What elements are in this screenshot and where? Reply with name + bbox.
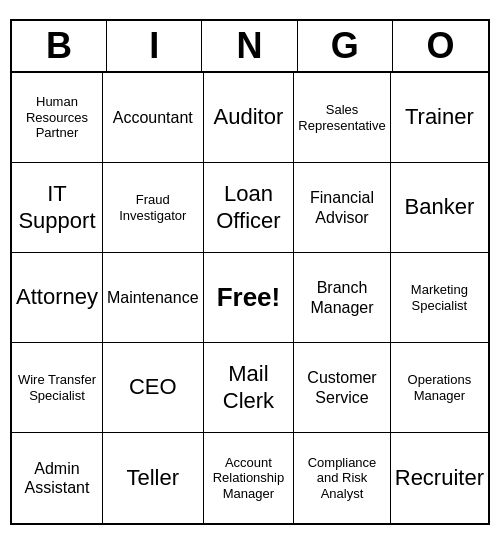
bingo-cell-24: Recruiter bbox=[391, 433, 488, 523]
bingo-cell-20: Admin Assistant bbox=[12, 433, 103, 523]
cell-text-8: Financial Advisor bbox=[298, 188, 385, 226]
cell-text-1: Accountant bbox=[113, 108, 193, 127]
cell-text-5: IT Support bbox=[16, 181, 98, 234]
cell-text-24: Recruiter bbox=[395, 465, 484, 491]
cell-text-0: Human Resources Partner bbox=[16, 94, 98, 141]
cell-text-10: Attorney bbox=[16, 284, 98, 310]
header-letter-g: G bbox=[298, 21, 393, 71]
bingo-cell-7: Loan Officer bbox=[204, 163, 295, 253]
cell-text-15: Wire Transfer Specialist bbox=[16, 372, 98, 403]
cell-text-16: CEO bbox=[129, 374, 177, 400]
bingo-cell-21: Teller bbox=[103, 433, 204, 523]
cell-text-9: Banker bbox=[405, 194, 475, 220]
cell-text-13: Branch Manager bbox=[298, 278, 385, 316]
header-letter-o: O bbox=[393, 21, 488, 71]
bingo-cell-1: Accountant bbox=[103, 73, 204, 163]
bingo-cell-6: Fraud Investigator bbox=[103, 163, 204, 253]
cell-text-14: Marketing Specialist bbox=[395, 282, 484, 313]
bingo-cell-5: IT Support bbox=[12, 163, 103, 253]
bingo-cell-19: Operations Manager bbox=[391, 343, 488, 433]
bingo-cell-8: Financial Advisor bbox=[294, 163, 390, 253]
bingo-cell-23: Compliance and Risk Analyst bbox=[294, 433, 390, 523]
bingo-cell-11: Maintenance bbox=[103, 253, 204, 343]
cell-text-4: Trainer bbox=[405, 104, 474, 130]
cell-text-11: Maintenance bbox=[107, 288, 199, 307]
cell-text-2: Auditor bbox=[214, 104, 284, 130]
bingo-cell-12: Free! bbox=[204, 253, 295, 343]
cell-text-18: Customer Service bbox=[298, 368, 385, 406]
cell-text-23: Compliance and Risk Analyst bbox=[298, 455, 385, 502]
cell-text-19: Operations Manager bbox=[395, 372, 484, 403]
cell-text-7: Loan Officer bbox=[208, 181, 290, 234]
header-letter-n: N bbox=[202, 21, 297, 71]
cell-text-21: Teller bbox=[126, 465, 179, 491]
bingo-cell-9: Banker bbox=[391, 163, 488, 253]
bingo-header: BINGO bbox=[12, 21, 488, 73]
bingo-cell-0: Human Resources Partner bbox=[12, 73, 103, 163]
bingo-cell-13: Branch Manager bbox=[294, 253, 390, 343]
bingo-cell-22: Account Relationship Manager bbox=[204, 433, 295, 523]
header-letter-i: I bbox=[107, 21, 202, 71]
bingo-cell-4: Trainer bbox=[391, 73, 488, 163]
bingo-cell-17: Mail Clerk bbox=[204, 343, 295, 433]
cell-text-12: Free! bbox=[217, 282, 281, 313]
bingo-cell-16: CEO bbox=[103, 343, 204, 433]
cell-text-6: Fraud Investigator bbox=[107, 192, 199, 223]
bingo-cell-3: Sales Representative bbox=[294, 73, 390, 163]
bingo-cell-15: Wire Transfer Specialist bbox=[12, 343, 103, 433]
cell-text-22: Account Relationship Manager bbox=[208, 455, 290, 502]
bingo-grid: Human Resources PartnerAccountantAuditor… bbox=[12, 73, 488, 523]
bingo-card: BINGO Human Resources PartnerAccountantA… bbox=[10, 19, 490, 525]
header-letter-b: B bbox=[12, 21, 107, 71]
bingo-cell-18: Customer Service bbox=[294, 343, 390, 433]
bingo-cell-14: Marketing Specialist bbox=[391, 253, 488, 343]
cell-text-17: Mail Clerk bbox=[208, 361, 290, 414]
cell-text-20: Admin Assistant bbox=[16, 459, 98, 497]
cell-text-3: Sales Representative bbox=[298, 102, 385, 133]
bingo-cell-2: Auditor bbox=[204, 73, 295, 163]
bingo-cell-10: Attorney bbox=[12, 253, 103, 343]
